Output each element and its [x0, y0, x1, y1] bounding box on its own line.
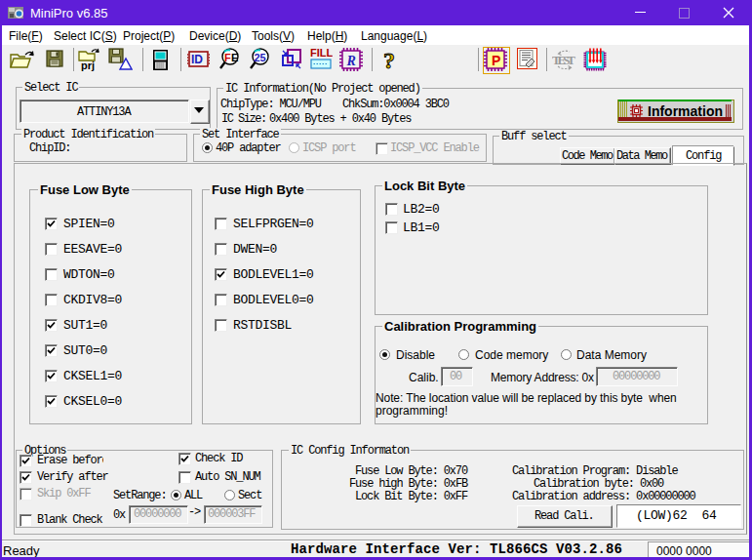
- svg-text:FILL: FILL: [310, 48, 333, 59]
- svg-text:R: R: [346, 54, 356, 68]
- svg-text:E: E: [231, 52, 238, 63]
- svg-text:P: P: [492, 53, 500, 68]
- svg-text:F: F: [224, 52, 231, 63]
- svg-text:25: 25: [255, 52, 266, 63]
- svg-text:TEST: TEST: [552, 53, 575, 67]
- svg-text:prj: prj: [81, 60, 95, 71]
- svg-text:?: ?: [383, 48, 395, 71]
- svg-text:ID: ID: [191, 53, 203, 66]
